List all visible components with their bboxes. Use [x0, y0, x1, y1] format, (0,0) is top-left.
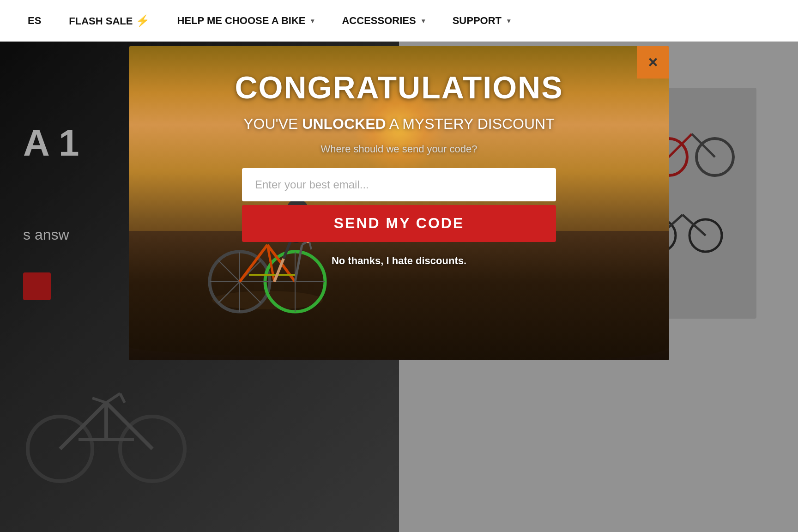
- discount-modal: CONGRATULATIONS YOU'VE UNLOCKED A MYSTER…: [129, 46, 669, 360]
- close-icon: ×: [648, 53, 658, 72]
- bolt-icon: ⚡: [136, 14, 150, 27]
- modal-title: CONGRATULATIONS: [235, 69, 563, 105]
- nav-es-label: ES: [28, 15, 41, 27]
- modal-description: Where should we send your code?: [321, 143, 478, 155]
- send-code-button[interactable]: SEND MY CODE: [242, 205, 556, 242]
- close-button[interactable]: ×: [637, 46, 669, 79]
- nav-item-support[interactable]: SUPPORT ▾: [453, 15, 510, 27]
- modal-overlay: CONGRATULATIONS YOU'VE UNLOCKED A MYSTER…: [0, 42, 798, 532]
- nav-item-help-choose[interactable]: HELP ME CHOOSE A BIKE ▾: [177, 15, 314, 27]
- modal-content: CONGRATULATIONS YOU'VE UNLOCKED A MYSTER…: [129, 46, 669, 360]
- nav-help-choose-label: HELP ME CHOOSE A BIKE: [177, 15, 306, 27]
- chevron-down-icon: ▾: [507, 17, 510, 24]
- modal-subtitle-bold: UNLOCKED: [302, 115, 386, 132]
- nav-support-label: SUPPORT: [453, 15, 502, 27]
- navbar: ES FLASH SALE ⚡ HELP ME CHOOSE A BIKE ▾ …: [0, 0, 798, 42]
- chevron-down-icon: ▾: [311, 17, 314, 24]
- decline-link[interactable]: No thanks, I hate discounts.: [332, 255, 466, 267]
- nav-accessories-label: ACCESSORIES: [342, 15, 416, 27]
- nav-item-es[interactable]: ES: [28, 15, 41, 27]
- email-input[interactable]: [242, 168, 556, 201]
- nav-item-flash-sale[interactable]: FLASH SALE ⚡: [69, 14, 149, 27]
- chevron-down-icon: ▾: [422, 17, 425, 24]
- modal-subtitle-part1: YOU'VE: [243, 115, 302, 132]
- modal-subtitle: YOU'VE UNLOCKED A MYSTERY DISCOUNT: [243, 115, 554, 134]
- nav-flash-sale-label: FLASH SALE ⚡: [69, 14, 149, 27]
- modal-subtitle-part2: A MYSTERY DISCOUNT: [386, 115, 555, 132]
- nav-item-accessories[interactable]: ACCESSORIES ▾: [342, 15, 424, 27]
